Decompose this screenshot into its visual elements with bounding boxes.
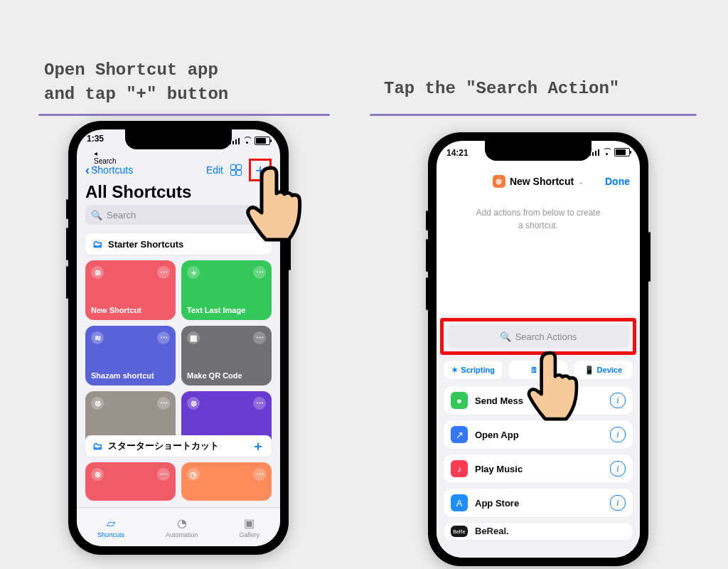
done-button[interactable]: Done (605, 176, 630, 187)
folder-icon: 🗂 (92, 238, 102, 250)
tab-automation[interactable]: ◔Automation (166, 516, 198, 538)
chip-icon: 🗓 (530, 366, 538, 374)
tile-label: Make QR Code (187, 371, 242, 380)
divider-step2 (370, 114, 697, 116)
more-icon[interactable]: ⋯ (253, 468, 266, 481)
folder-icon: 🗂 (92, 440, 102, 452)
status-back-crumb[interactable]: ◂ Search ☾ (94, 149, 117, 173)
add-shortcut-button[interactable]: ＋ (249, 159, 272, 181)
app-icon: A (451, 494, 468, 511)
info-icon[interactable]: i (610, 427, 626, 442)
clock-icon: ◔ (177, 516, 187, 530)
actions-panel: 🔍 Search Actions ✶Scripting🗓C📱Device ●Se… (437, 314, 640, 558)
search-placeholder: Search (107, 210, 136, 220)
chevron-down-icon: ⌄ (578, 178, 584, 186)
shortcut-grid-b: ⊗⋯◷⋯ (85, 462, 272, 501)
suggestion-row[interactable]: ↗Open Appi (444, 420, 633, 449)
search-icon: 🔍 (91, 210, 102, 220)
tile-icon: ⊗ (91, 397, 104, 410)
gallery-icon: ▣ (244, 516, 255, 530)
tab-gallery[interactable]: ▣Gallery (239, 516, 259, 538)
wifi-icon (602, 149, 611, 156)
battery-icon (614, 148, 630, 156)
app-icon: ↗ (451, 426, 468, 443)
chip-icon: ✶ (451, 366, 458, 375)
app-icon: BeRe (451, 526, 468, 537)
battery-icon (255, 137, 270, 145)
more-icon[interactable]: ⋯ (157, 331, 170, 344)
shortcut-title[interactable]: ⊗ New Shortcut ⌄ (493, 175, 584, 188)
app-icon: ⊗ (493, 175, 505, 188)
app-icon: ● (451, 392, 468, 409)
search-icon: 🔍 (500, 331, 511, 342)
more-icon[interactable]: ⋯ (157, 266, 170, 279)
shortcut-tile[interactable]: ＋⋯Text Last Image (181, 260, 272, 320)
search-actions-placeholder: Search Actions (515, 331, 577, 342)
caption-step2: Tap the "Search Action" (384, 77, 619, 101)
app-icon: ♪ (451, 460, 468, 477)
notch (485, 141, 592, 161)
status-time: 1:35 (87, 134, 104, 144)
suggestion-row[interactable]: ♪Play Musici (444, 454, 633, 483)
empty-hint: Add actions from below to createa shortc… (437, 206, 640, 232)
category-chip[interactable]: 🗓C (508, 361, 567, 379)
chip-label: C (541, 366, 547, 374)
shortcut-tile[interactable]: ⊗⋯New Shortcut (85, 260, 176, 320)
more-icon[interactable]: ⋯ (157, 397, 170, 410)
suggestion-label: App Store (475, 498, 519, 509)
tile-label: Shazam shortcut (91, 371, 154, 380)
wifi-icon (242, 138, 252, 144)
highlight-search-actions: 🔍 Search Actions (440, 318, 636, 355)
suggestion-label: Send Mess (475, 395, 523, 406)
info-icon[interactable]: i (610, 495, 626, 511)
category-chip[interactable]: ✶Scripting (444, 361, 503, 379)
shortcut-tile[interactable]: ◷⋯ (181, 462, 272, 501)
info-icon[interactable]: i (610, 393, 626, 408)
divider-step1 (38, 114, 330, 116)
phone-mockup-new-shortcut: 14:21 ⊗ New Shortcut ⌄ Done Add actions … (428, 132, 648, 566)
tile-icon: ＋ (187, 266, 200, 279)
search-actions-input[interactable]: 🔍 Search Actions (447, 325, 629, 348)
tile-label: Text Last Image (187, 306, 245, 314)
suggestion-label: BeReal. (475, 526, 509, 536)
more-icon[interactable]: ⋯ (253, 331, 266, 344)
info-icon[interactable]: i (610, 461, 626, 477)
suggestion-row[interactable]: BeReBeReal. (444, 523, 633, 540)
chip-icon: 📱 (584, 366, 594, 375)
chevron-left-icon: ‹ (85, 163, 90, 178)
shortcut-grid: ⊗⋯New Shortcut＋⋯Text Last Image≋⋯Shazam … (85, 260, 272, 451)
suggestion-row[interactable]: AApp Storei (444, 489, 633, 517)
shortcut-tile[interactable]: ▦⋯Make QR Code (181, 326, 272, 385)
suggestion-label: Play Music (475, 464, 523, 474)
tile-icon: ◷ (187, 468, 200, 481)
tile-icon: ⊗ (187, 397, 200, 410)
tile-icon: ≋ (91, 331, 104, 344)
edit-button[interactable]: Edit (206, 164, 223, 176)
tile-icon: ⊗ (91, 468, 104, 481)
suggestion-row[interactable]: ●Send Messi (444, 386, 633, 415)
tab-shortcuts[interactable]: ▱Shortcuts (97, 516, 124, 538)
more-icon[interactable]: ⋯ (253, 397, 266, 410)
category-chips: ✶Scripting🗓C📱Device (444, 361, 633, 379)
shortcut-tile[interactable]: ⊗⋯ (85, 462, 176, 501)
page-title: All Shortcuts (85, 182, 191, 202)
notch (125, 129, 232, 149)
layout-grid-icon[interactable] (230, 164, 242, 176)
shortcut-tile[interactable]: ≋⋯Shazam shortcut (85, 326, 176, 385)
search-input[interactable]: 🔍 Search (85, 205, 272, 225)
folder-starter-shortcuts[interactable]: 🗂 Starter Shortcuts (85, 233, 272, 255)
stack-icon: ▱ (107, 516, 115, 530)
caption-step1: Open Shortcut app and tap "+" button (44, 58, 228, 106)
more-icon[interactable]: ⋯ (253, 266, 266, 279)
tile-icon: ⊗ (91, 266, 104, 279)
more-icon[interactable]: ⋯ (157, 468, 170, 481)
chip-label: Scripting (461, 366, 495, 374)
phone-mockup-shortcuts: 1:35 ◂ Search ☾ ‹ Shortcuts Edit (68, 121, 289, 555)
suggestions-list: ●Send Messi↗Open Appi♪Play MusiciAApp St… (444, 386, 633, 540)
tab-bar: ▱Shortcuts ◔Automation ▣Gallery (77, 507, 280, 546)
folder-starter-shortcuts-jp[interactable]: 🗂 スターターショートカット ＋ (85, 435, 272, 457)
category-chip[interactable]: 📱Device (574, 361, 633, 379)
plus-icon[interactable]: ＋ (252, 437, 264, 454)
status-time: 14:21 (446, 148, 469, 158)
chip-label: Device (597, 366, 622, 374)
